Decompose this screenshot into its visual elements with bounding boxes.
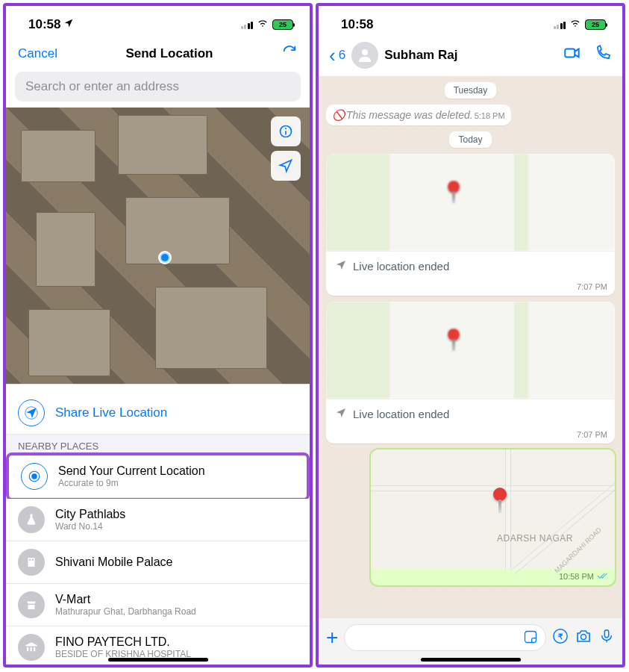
date-separator: Tuesday (445, 82, 497, 99)
home-indicator[interactable] (421, 658, 521, 662)
send-current-location-row[interactable]: Send Your Current Location Accurate to 9… (9, 455, 307, 498)
wifi-icon (569, 17, 582, 32)
read-receipt-icon (597, 572, 609, 581)
map-pin-icon (448, 329, 460, 340)
date-separator: Today (449, 131, 491, 148)
location-thumbnail: ADARSH NAGAR MAGARDAHI ROAD (371, 449, 615, 569)
contact-name[interactable]: Subham Raj (384, 48, 551, 63)
location-ended-icon (335, 407, 347, 421)
status-bar: 10:58 25 (319, 6, 622, 39)
message-time: 10:58 PM (559, 572, 594, 581)
camera-button[interactable] (575, 627, 592, 649)
search-input[interactable]: Search or enter an address (15, 72, 301, 102)
phone-send-location: 10:58 25 Cancel Send Location Search or … (3, 3, 313, 668)
status-bar: 10:58 25 (6, 6, 310, 39)
map-satellite[interactable] (6, 108, 310, 384)
list-item[interactable]: Shivani Mobile Palace (6, 541, 310, 584)
message-time: 7:07 PM (326, 429, 615, 444)
phone-chat: 10:58 25 ‹ 6 Subham Raj Tuesday 🚫 This m… (316, 3, 625, 668)
blocked-icon: 🚫 (332, 109, 345, 121)
sent-location-card[interactable]: ADARSH NAGAR MAGARDAHI ROAD 10:58 PM (371, 449, 615, 585)
svg-rect-10 (565, 49, 575, 57)
location-sheet: Share Live Location NEARBY PLACES Send Y… (6, 384, 310, 665)
battery-icon: 25 (272, 19, 293, 30)
map-recenter-button[interactable] (271, 151, 301, 181)
building-icon (18, 549, 45, 576)
svg-point-9 (362, 49, 368, 55)
svg-rect-8 (32, 559, 34, 561)
store-icon (18, 591, 45, 618)
deleted-message[interactable]: 🚫 This message was deleted. 5:18 PM (326, 105, 511, 125)
nearby-section-header: NEARBY PLACES (6, 435, 310, 455)
cancel-button[interactable]: Cancel (18, 46, 57, 61)
map-info-button[interactable] (271, 116, 301, 146)
attach-button[interactable]: + (326, 626, 338, 650)
location-thumbnail (326, 154, 615, 251)
svg-rect-6 (28, 558, 35, 567)
mic-button[interactable] (598, 628, 615, 648)
svg-point-14 (581, 634, 586, 639)
location-thumbnail (326, 302, 615, 399)
message-input[interactable] (344, 624, 546, 651)
message-time: 7:07 PM (326, 281, 615, 296)
location-ended-icon (335, 259, 347, 273)
page-title: Send Location (125, 46, 213, 61)
map-pin-icon (493, 488, 507, 501)
chat-area[interactable]: Tuesday 🚫 This message was deleted. 5:18… (319, 76, 622, 618)
voice-call-button[interactable] (594, 44, 612, 66)
refresh-button[interactable] (281, 43, 298, 64)
current-location-icon (21, 463, 48, 490)
user-location-dot (158, 251, 172, 264)
svg-rect-11 (525, 632, 536, 643)
signal-icon (241, 20, 254, 29)
chat-header: ‹ 6 Subham Raj (319, 39, 622, 76)
svg-rect-15 (604, 629, 609, 637)
location-arrow-icon (63, 17, 74, 32)
status-time: 10:58 (341, 17, 373, 32)
video-call-button[interactable] (563, 43, 582, 67)
sticker-button[interactable] (523, 629, 538, 648)
signal-icon (554, 20, 566, 29)
flask-icon (18, 506, 45, 533)
list-item[interactable]: City Pathlabs Ward No.14 (6, 499, 310, 541)
map-pin-icon (448, 181, 460, 193)
back-count[interactable]: 6 (339, 48, 345, 63)
back-button[interactable]: ‹ (329, 44, 336, 67)
bank-icon (18, 634, 45, 661)
svg-point-2 (285, 128, 287, 129)
live-location-icon (18, 399, 45, 426)
home-indicator[interactable] (108, 658, 208, 662)
wifi-icon (256, 17, 269, 32)
avatar[interactable] (351, 42, 378, 69)
list-item[interactable]: V-Mart Mathurapur Ghat, Darbhanga Road (6, 584, 310, 626)
received-location-card[interactable]: Live location ended 7:07 PM (326, 302, 615, 444)
received-location-card[interactable]: Live location ended 7:07 PM (326, 154, 615, 296)
svg-rect-7 (29, 559, 31, 561)
nav-bar: Cancel Send Location (6, 39, 310, 72)
payment-button[interactable]: ₹ (552, 628, 569, 648)
svg-text:₹: ₹ (558, 632, 563, 640)
status-time: 10:58 (28, 17, 60, 32)
share-live-location-row[interactable]: Share Live Location (6, 392, 310, 435)
map-area-label: ADARSH NAGAR (497, 533, 573, 544)
svg-point-4 (31, 473, 37, 479)
battery-icon: 25 (585, 19, 606, 30)
